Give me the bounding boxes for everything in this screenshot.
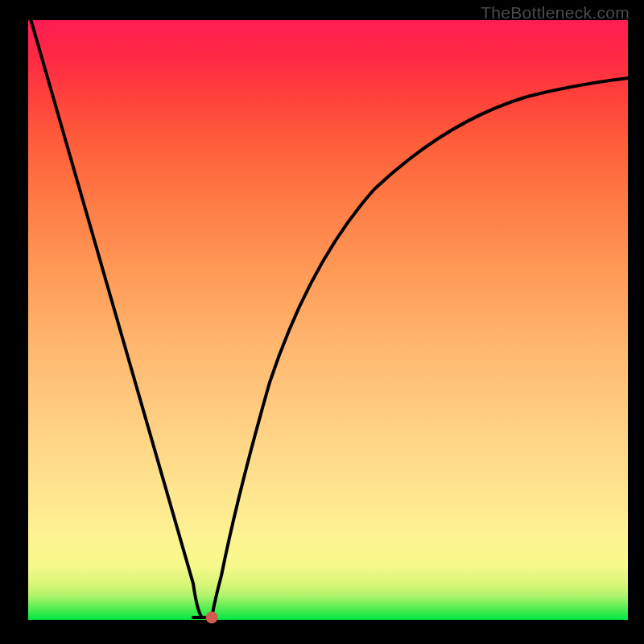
curve-right [212,78,628,617]
min-point-marker [206,612,218,624]
curve-left [28,10,202,617]
plot-area [28,20,628,620]
chart-frame: TheBottleneck.com [0,0,644,644]
bottleneck-curve [28,20,628,620]
watermark-text: TheBottleneck.com [481,3,630,23]
